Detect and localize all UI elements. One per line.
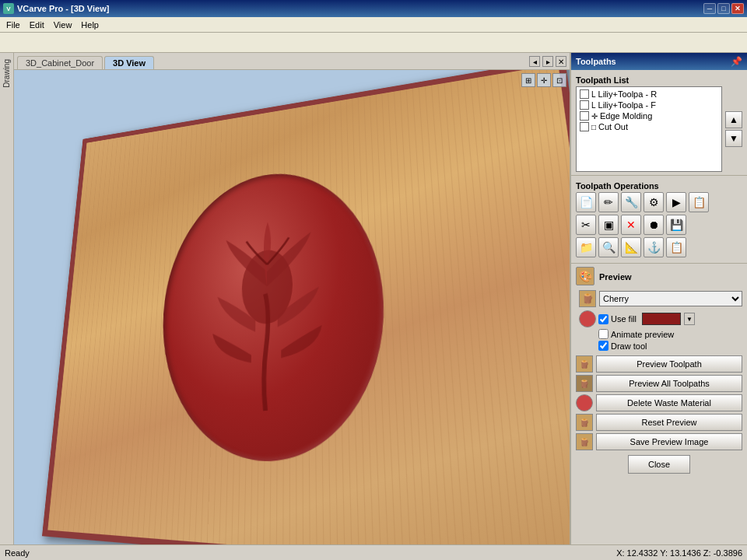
preview-header: Preview [599, 270, 632, 283]
op-btn-folder[interactable]: 📁 [576, 237, 596, 257]
3d-view-canvas[interactable]: ⊞ ✛ ⊡ [14, 70, 570, 544]
op-btn-gear[interactable]: ⚙ [644, 192, 664, 212]
op-btn-rect[interactable]: ▣ [598, 215, 619, 235]
title-bar: V VCarve Pro - [3D View] ─ □ ✕ [0, 0, 747, 17]
delete-waste-item: Delete Waste Material [576, 394, 742, 411]
close-window-button[interactable]: ✕ [731, 3, 744, 14]
save-image-icon: 🪵 [576, 433, 593, 450]
list-down-button[interactable]: ▼ [725, 130, 742, 147]
material-select[interactable]: Cherry Maple Oak Walnut MDF [599, 291, 742, 306]
tab-3d-view[interactable]: 3D View [104, 56, 154, 69]
toolpath-checkbox-1[interactable] [580, 100, 589, 110]
toolpath-label-0: Liliy+Toolpa - R [598, 89, 658, 99]
toolpath-list-box: L Liliy+Toolpa - R L Liliy+Toolpa - F ✛ … [576, 86, 722, 172]
menu-help[interactable]: Help [76, 19, 103, 31]
list-arrows: ▲ ▼ [725, 86, 742, 172]
fill-color-swatch[interactable] [642, 313, 681, 325]
wood-panel [42, 70, 570, 544]
right-panel: Toolpaths 📌 Toolpath List L Liliy+Toolpa… [570, 53, 747, 544]
op-btn-zoom[interactable]: 🔍 [598, 237, 619, 257]
delete-waste-icon [576, 394, 593, 411]
preview-all-button[interactable]: Preview All Toolpaths [596, 375, 742, 392]
list-up-button[interactable]: ▲ [725, 111, 742, 128]
menu-edit[interactable]: Edit [25, 19, 49, 31]
preview-all-item: 🪵 Preview All Toolpaths [576, 375, 742, 392]
view-btn-grid[interactable]: ⊞ [521, 73, 535, 87]
color-swatch-row: ▼ [642, 313, 695, 325]
toolpath-item-edge[interactable]: ✛ Edge Molding [578, 110, 720, 121]
op-btn-stop[interactable]: ⏺ [644, 215, 664, 235]
menu-file[interactable]: File [2, 19, 25, 31]
toolpath-checkbox-0[interactable] [580, 89, 589, 99]
view-btn-crosshair[interactable]: ✛ [537, 73, 551, 87]
op-btn-delete[interactable]: ✕ [621, 215, 641, 235]
tab-nav-right[interactable]: ▸ [542, 56, 553, 67]
save-image-item: 🪵 Save Preview Image [576, 433, 742, 450]
title-bar-left: V VCarve Pro - [3D View] [3, 3, 109, 14]
view-btn-frame[interactable]: ⊡ [552, 73, 566, 87]
op-btn-select[interactable]: ✂ [576, 215, 596, 235]
preview-section: 🎨 Preview 🪵 Cherry Maple Oak Walnut MDF [571, 263, 747, 481]
op-btn-calc[interactable]: 📄 [576, 192, 596, 212]
toolpath-item-lily-r[interactable]: L Liliy+Toolpa - R [578, 89, 720, 100]
toolpath-operations: Toolpath Operations 📄 ✏ 🔧 ⚙ ▶ 📋 ✂ ▣ ✕ ⏺ … [571, 175, 747, 263]
ops-row-3: 📁 🔍 📐 ⚓ 📋 [576, 237, 742, 257]
toolbar [0, 33, 747, 53]
op-btn-play[interactable]: ▶ [666, 192, 686, 212]
toolpath-icon-3: □ [591, 123, 596, 131]
preview-toolpath-icon: 🪵 [576, 355, 593, 373]
view-toolbar: ⊞ ✛ ⊡ [521, 73, 566, 87]
toolpath-label-1: Liliy+Toolpa - F [598, 100, 656, 110]
tab-controls: ◂ ▸ ✕ [529, 56, 566, 67]
reset-preview-button[interactable]: Reset Preview [596, 414, 742, 431]
title-buttons: ─ □ ✕ [703, 3, 744, 14]
ops-row-2: ✂ ▣ ✕ ⏺ 💾 [576, 215, 742, 235]
use-fill-row: Use fill ▼ [576, 310, 742, 327]
op-btn-wrench[interactable]: 🔧 [621, 192, 641, 212]
op-btn-anchor[interactable]: ⚓ [644, 237, 664, 257]
status-text: Ready [5, 548, 30, 558]
tab-cabinet-door[interactable]: 3D_Cabinet_Door [17, 56, 103, 69]
op-btn-save[interactable]: 💾 [666, 215, 686, 235]
toolpath-checkbox-2[interactable] [580, 111, 589, 121]
delete-waste-button[interactable]: Delete Waste Material [596, 394, 742, 411]
left-panel: Drawing [0, 53, 14, 544]
preview-toolpath-item: 🪵 Preview Toolpath [576, 355, 742, 373]
list-and-arrows: L Liliy+Toolpa - R L Liliy+Toolpa - F ✛ … [576, 86, 742, 172]
draw-tool-checkbox[interactable] [598, 341, 608, 351]
toolpath-list-section: Toolpath List L Liliy+Toolpa - R L Liliy… [571, 70, 747, 175]
toolpath-item-lily-f[interactable]: L Liliy+Toolpa - F [578, 100, 720, 110]
tab-nav-left[interactable]: ◂ [529, 56, 540, 67]
close-button[interactable]: Close [628, 455, 690, 474]
panel-header: Toolpaths 📌 [571, 53, 747, 70]
material-icon: 🪵 [579, 290, 596, 307]
main-content: Drawing 3D_Cabinet_Door 3D View ◂ ▸ ✕ [0, 53, 747, 544]
menu-view[interactable]: View [49, 19, 77, 31]
tab-close[interactable]: ✕ [556, 56, 566, 67]
animate-checkbox[interactable] [598, 329, 608, 339]
op-btn-dim[interactable]: 📐 [621, 237, 641, 257]
use-fill-checkbox[interactable] [598, 314, 608, 324]
drawing-label: Drawing [1, 56, 12, 91]
op-btn-edit[interactable]: ✏ [598, 192, 619, 212]
toolpath-icon-2: ✛ [591, 112, 598, 121]
fill-color-dropdown[interactable]: ▼ [684, 313, 695, 325]
save-image-button[interactable]: Save Preview Image [596, 433, 742, 450]
oval-carved-area [155, 160, 390, 465]
toolpath-checkbox-3[interactable] [580, 122, 589, 131]
use-fill-label: Use fill [611, 314, 637, 324]
toolpath-item-cutout[interactable]: □ Cut Out [578, 121, 720, 132]
panel-pin-button[interactable]: 📌 [731, 56, 742, 67]
animate-label: Animate preview [611, 330, 674, 339]
center-panel: 3D_Cabinet_Door 3D View ◂ ▸ ✕ [14, 53, 570, 544]
op-btn-paste[interactable]: 📋 [666, 237, 686, 257]
op-btn-copy[interactable]: 📋 [689, 192, 709, 212]
preview-header-row: 🎨 Preview [576, 267, 742, 285]
floral-carving [184, 192, 354, 429]
app-title: VCarve Pro - [3D View] [17, 4, 109, 13]
maximize-button[interactable]: □ [717, 3, 730, 14]
preview-toolpath-button[interactable]: Preview Toolpath [596, 355, 742, 373]
preview-buttons: 🪵 Preview Toolpath 🪵 Preview All Toolpat… [576, 355, 742, 450]
minimize-button[interactable]: ─ [703, 3, 716, 14]
reset-preview-item: 🪵 Reset Preview [576, 414, 742, 431]
